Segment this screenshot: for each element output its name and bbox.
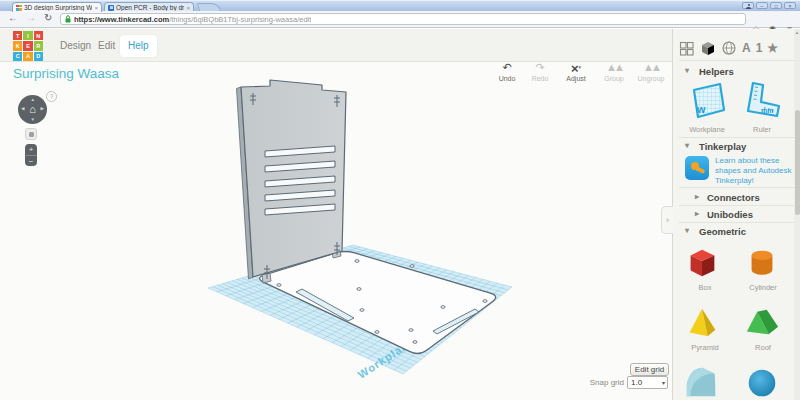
chevron-down-icon: ▾ bbox=[685, 66, 689, 75]
workplane-category-icon[interactable] bbox=[679, 40, 695, 56]
svg-text:W: W bbox=[697, 105, 706, 115]
svg-text:mm: mm bbox=[761, 107, 773, 114]
shape-sphere-icon[interactable] bbox=[743, 363, 781, 400]
snap-grid-value: 1.0 bbox=[631, 378, 642, 387]
divider bbox=[679, 187, 795, 188]
section-label: Helpers bbox=[699, 66, 734, 77]
rotate-up-icon[interactable]: ▲ bbox=[31, 97, 35, 102]
favorites-category-icon[interactable]: ★ bbox=[767, 41, 778, 55]
tinkerplay-link[interactable]: Learn about these shapes and Autodesk Ti… bbox=[715, 156, 795, 186]
fit-view-icon bbox=[29, 132, 35, 138]
redo-label: Redo bbox=[532, 75, 549, 82]
shape-roof-icon[interactable] bbox=[743, 305, 781, 341]
helper-label: Ruler bbox=[737, 125, 787, 134]
ungroup-label: Ungroup bbox=[638, 75, 665, 82]
divider bbox=[679, 60, 795, 61]
chevron-down-icon: ▾ bbox=[685, 226, 689, 235]
shape-label: Box bbox=[681, 283, 729, 292]
helper-label: Workplane bbox=[681, 125, 733, 134]
snap-grid-select[interactable]: 1.0 ▾ bbox=[627, 376, 668, 389]
helper-ruler-icon[interactable]: mm bbox=[741, 80, 783, 122]
shape-pyramid-icon[interactable] bbox=[683, 303, 721, 343]
section-label: Unibodies bbox=[707, 209, 753, 220]
design-title: Surprising Waasa bbox=[13, 66, 119, 81]
fit-view-button[interactable] bbox=[25, 128, 37, 140]
divider bbox=[679, 205, 795, 206]
undo-button[interactable]: ↶ Undo bbox=[490, 60, 524, 88]
shape-round-roof-icon[interactable] bbox=[683, 361, 721, 400]
tinkercad-app-window: { "browser": { "tabs": [ { "title": "3D … bbox=[0, 0, 800, 400]
edit-toolbar: ↶ Undo ↷ Redo ×▾ Adjust ▲▲ Group ▲▲ Ungr… bbox=[490, 60, 670, 88]
shape-label: Pyramid bbox=[681, 343, 729, 352]
group-label: Group bbox=[604, 75, 623, 82]
shapes-sidebar: A 1 ★ ▾ Helpers W mm Workplane Ruler ▾ T… bbox=[672, 29, 800, 400]
chevron-down-icon: ▾ bbox=[662, 377, 665, 389]
section-label: Geometric bbox=[699, 226, 746, 237]
divider bbox=[679, 137, 795, 138]
ungroup-icon: ▲▲ bbox=[643, 60, 659, 75]
section-label: Tinkerplay bbox=[699, 141, 746, 152]
zoom-out-button[interactable]: − bbox=[25, 156, 37, 167]
rotate-right-icon[interactable]: ▶ bbox=[41, 106, 44, 111]
chevron-right-icon: ▸ bbox=[695, 209, 699, 218]
tinkercad-favicon-icon bbox=[16, 5, 22, 11]
ungroup-button[interactable]: ▲▲ Ungroup bbox=[632, 60, 670, 88]
adjust-label: Adjust bbox=[566, 75, 585, 82]
cube-category-icon[interactable] bbox=[700, 40, 716, 56]
tab-close-icon[interactable]: × bbox=[94, 5, 98, 11]
sphere-category-icon[interactable] bbox=[721, 40, 737, 56]
help-button[interactable]: ? bbox=[46, 91, 57, 102]
scrollbar-thumb[interactable] bbox=[795, 110, 800, 215]
shape-box-icon[interactable] bbox=[683, 244, 721, 282]
edit-grid-button[interactable]: Edit grid bbox=[630, 363, 669, 376]
snap-grid-label: Snap grid bbox=[586, 378, 624, 387]
tab-title: 3D design Surprising Waa bbox=[24, 4, 92, 11]
group-icon: ▲▲ bbox=[606, 60, 622, 75]
rotate-down-icon[interactable]: ▼ bbox=[31, 117, 35, 122]
vertical-plate-object[interactable] bbox=[237, 80, 347, 283]
browser-tab-active[interactable]: 3D design Surprising Waa × bbox=[12, 2, 102, 12]
adjust-button[interactable]: ×▾ Adjust bbox=[556, 60, 596, 88]
section-label: Connectors bbox=[707, 192, 760, 203]
sidebar-collapse-handle[interactable]: › bbox=[661, 206, 673, 234]
undo-label: Undo bbox=[499, 75, 516, 82]
number-category-icon[interactable]: 1 bbox=[756, 41, 763, 55]
divider bbox=[679, 222, 795, 223]
shape-label: Cylinder bbox=[737, 283, 789, 292]
adjust-icon: ×▾ bbox=[571, 60, 581, 75]
chevron-right-icon: ▸ bbox=[695, 192, 699, 201]
shape-label: Roof bbox=[737, 343, 789, 352]
redo-button[interactable]: ↷ Redo bbox=[524, 60, 556, 88]
tinkerplay-glyph bbox=[695, 166, 706, 174]
tinkerplay-app-icon[interactable] bbox=[685, 156, 709, 180]
shape-cylinder-icon[interactable] bbox=[743, 245, 781, 281]
undo-icon: ↶ bbox=[502, 60, 511, 75]
zoom-in-button[interactable]: + bbox=[25, 144, 37, 156]
helper-workplane-icon[interactable]: W bbox=[687, 80, 727, 122]
sidebar-scrollbar[interactable]: ▲ bbox=[794, 29, 800, 400]
text-category-icon[interactable]: A bbox=[742, 41, 751, 55]
chevron-down-icon: ▾ bbox=[685, 141, 689, 150]
shape-category-row: A 1 ★ bbox=[679, 38, 793, 58]
rotate-left-icon[interactable]: ◀ bbox=[21, 106, 24, 111]
group-button[interactable]: ▲▲ Group bbox=[596, 60, 632, 88]
orbit-control[interactable]: ⌂ ▲ ▼ ◀ ▶ bbox=[18, 95, 47, 124]
redo-icon: ↷ bbox=[535, 60, 544, 75]
scroll-up-icon[interactable]: ▲ bbox=[794, 30, 800, 35]
zoom-control: + − bbox=[25, 144, 37, 166]
